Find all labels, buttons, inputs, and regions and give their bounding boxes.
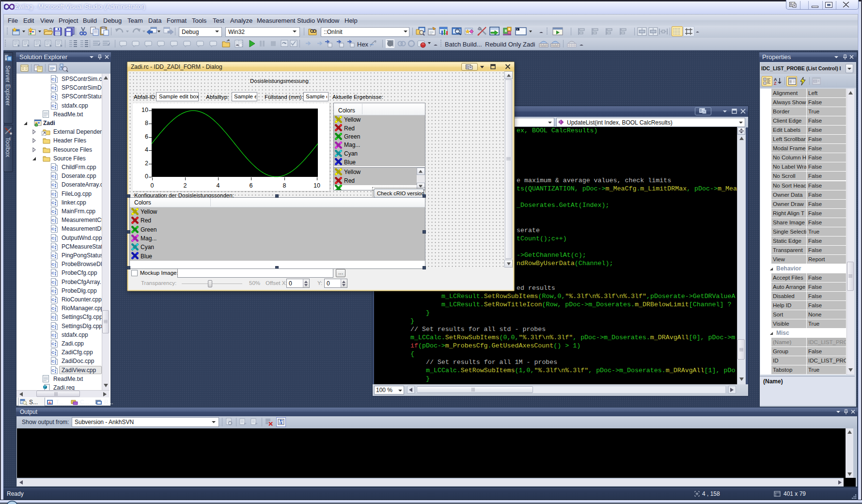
svg-text:C: C [51,342,54,346]
svg-text:C: C [51,359,54,363]
svg-text:C: C [51,306,54,311]
svg-text:Z: Z [774,81,777,85]
svg-text:C: C [51,368,54,373]
svg-text:C: C [51,350,54,355]
svg-text:C: C [51,333,54,337]
svg-text:C: C [51,324,54,329]
svg-text:C: C [51,298,54,302]
svg-text:C: C [51,315,54,319]
